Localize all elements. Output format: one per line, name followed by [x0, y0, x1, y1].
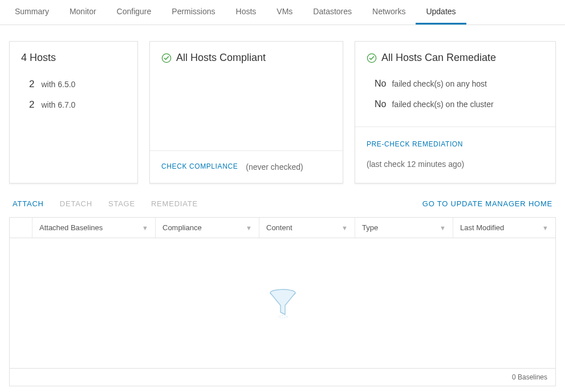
baselines-table: Attached Baselines ▼ Compliance ▼ Conten…: [9, 217, 556, 386]
summary-cards: 4 Hosts 2 with 6.5.0 2 with 6.7.0 All Ho…: [0, 25, 565, 194]
funnel-icon: [267, 287, 299, 319]
tab-bar: Summary Monitor Configure Permissions Ho…: [0, 0, 565, 25]
tab-datastores[interactable]: Datastores: [303, 0, 362, 24]
check-circle-icon: [367, 53, 377, 63]
host-count: 2: [29, 99, 34, 111]
remediate-check-desc: failed check(s) on the cluster: [392, 100, 493, 109]
filter-icon[interactable]: ▼: [542, 224, 548, 231]
select-all-column[interactable]: [10, 218, 32, 238]
column-label: Last Modified: [460, 223, 504, 232]
remediate-check-row: No failed check(s) on any host: [367, 75, 544, 96]
table-footer: 0 Baselines: [10, 368, 555, 386]
compliance-card-title: All Hosts Compliant: [150, 42, 343, 72]
tab-monitor[interactable]: Monitor: [59, 0, 107, 24]
host-version-label: with 6.7.0: [41, 100, 75, 109]
check-compliance-button[interactable]: CHECK COMPLIANCE: [161, 162, 238, 170]
compliance-last-check: (never checked): [246, 162, 303, 172]
remediate-button[interactable]: REMEDIATE: [151, 199, 198, 208]
remediate-card: All Hosts Can Remediate No failed check(…: [355, 41, 556, 183]
filter-icon[interactable]: ▼: [246, 224, 252, 231]
actions-bar: ATTACH DETACH STAGE REMEDIATE GO TO UPDA…: [0, 194, 565, 217]
column-compliance[interactable]: Compliance ▼: [156, 218, 259, 238]
attach-button[interactable]: ATTACH: [13, 199, 44, 208]
host-version-row: 2 with 6.5.0: [21, 75, 126, 96]
column-attached-baselines[interactable]: Attached Baselines ▼: [32, 218, 156, 238]
tab-permissions[interactable]: Permissions: [161, 0, 225, 24]
remediate-card-title: All Hosts Can Remediate: [355, 42, 555, 72]
tab-networks[interactable]: Networks: [362, 0, 416, 24]
detach-button[interactable]: DETACH: [60, 199, 92, 208]
column-label: Attached Baselines: [39, 223, 103, 232]
remediate-check-desc: failed check(s) on any host: [392, 79, 487, 88]
tab-summary[interactable]: Summary: [5, 0, 59, 24]
compliance-title-text: All Hosts Compliant: [176, 52, 266, 64]
filter-icon[interactable]: ▼: [440, 224, 446, 231]
tab-configure[interactable]: Configure: [107, 0, 162, 24]
column-label: Content: [266, 223, 292, 232]
table-header-row: Attached Baselines ▼ Compliance ▼ Conten…: [10, 218, 555, 238]
precheck-remediation-button[interactable]: PRE-CHECK REMEDIATION: [367, 138, 463, 150]
tab-hosts[interactable]: Hosts: [226, 0, 267, 24]
remediate-title-text: All Hosts Can Remediate: [381, 52, 496, 64]
column-type[interactable]: Type ▼: [355, 218, 453, 238]
column-content[interactable]: Content ▼: [259, 218, 355, 238]
host-version-row: 2 with 6.7.0: [21, 96, 126, 116]
remediate-last-check: (last check 12 minutes ago): [367, 158, 464, 172]
baseline-count: 0 Baselines: [512, 373, 547, 381]
column-label: Compliance: [162, 223, 202, 232]
hosts-card-title: 4 Hosts: [10, 42, 137, 72]
svg-point-3: [278, 316, 287, 318]
stage-button[interactable]: STAGE: [108, 199, 135, 208]
filter-icon[interactable]: ▼: [142, 224, 148, 231]
remediate-check-row: No failed check(s) on the cluster: [367, 96, 544, 116]
column-label: Type: [362, 223, 378, 232]
tab-updates[interactable]: Updates: [416, 0, 466, 24]
remediate-no-label: No: [375, 79, 386, 89]
goto-update-manager-link[interactable]: GO TO UPDATE MANAGER HOME: [422, 199, 552, 208]
column-last-modified[interactable]: Last Modified ▼: [453, 218, 555, 238]
table-empty-state: [10, 238, 555, 368]
check-circle-icon: [161, 53, 172, 63]
host-version-label: with 6.5.0: [41, 80, 75, 89]
hosts-card: 4 Hosts 2 with 6.5.0 2 with 6.7.0: [9, 41, 138, 183]
host-count: 2: [29, 79, 34, 90]
compliance-card: All Hosts Compliant CHECK COMPLIANCE (ne…: [149, 41, 343, 183]
remediate-no-label: No: [375, 99, 386, 109]
filter-icon[interactable]: ▼: [342, 224, 348, 231]
tab-vms[interactable]: VMs: [266, 0, 303, 24]
